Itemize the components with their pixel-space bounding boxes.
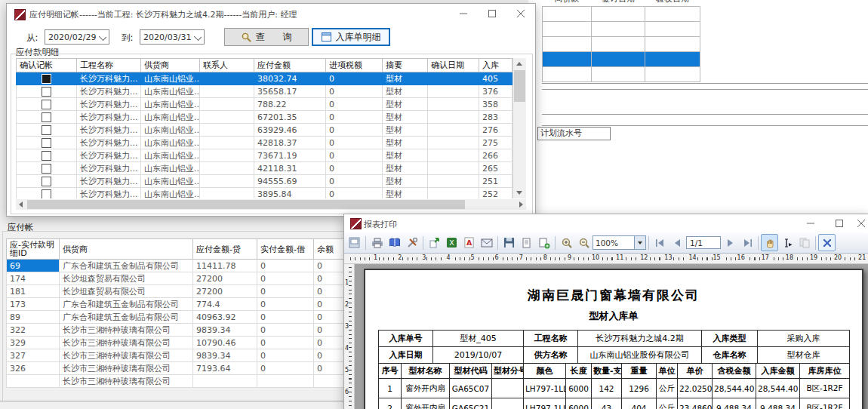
payable-detail-row[interactable]: 长沙万科魅力...山东南山铝业...42818.370型材275 bbox=[17, 137, 512, 149]
vertical-scrollbar[interactable] bbox=[512, 58, 526, 198]
cell: 山东南山铝业... bbox=[141, 137, 200, 149]
column-header[interactable]: 实付金额-借 bbox=[257, 239, 314, 260]
confirm-checkbox[interactable] bbox=[42, 74, 51, 84]
print-preview-area[interactable]: 123456 湖南巨晟门窗幕墙有限公司 型材入库单 入库单号型材_405工程名称… bbox=[344, 264, 868, 409]
close-button[interactable] bbox=[506, 4, 535, 23]
pdf-export-icon[interactable]: A bbox=[460, 234, 478, 251]
titlebar[interactable]: 应付明细记帐------当前工程: 长沙万科魅力之城4.2期------当前用户… bbox=[7, 4, 535, 23]
minimize-button[interactable] bbox=[449, 4, 478, 23]
scroll-left-icon[interactable] bbox=[19, 201, 23, 208]
payable-account-row[interactable]: 89广东合和建筑五金制品有限公司40963.9200 bbox=[7, 311, 346, 324]
column-header[interactable]: 供货商 bbox=[60, 239, 193, 260]
page-number-input[interactable]: 1/1 bbox=[686, 236, 721, 249]
column-header[interactable]: 进项税额 bbox=[326, 59, 383, 72]
zoom-in-icon[interactable] bbox=[558, 234, 575, 251]
payable-account-row[interactable]: 173广东合和建筑五金制品有限公司774.400 bbox=[7, 298, 346, 311]
payable-account-row[interactable]: 174长沙坦森贸易有限公司2720000 bbox=[7, 272, 346, 285]
contract-row[interactable] bbox=[543, 7, 700, 22]
payable-account-row[interactable]: 181长沙坦森贸易有限公司2720000 bbox=[7, 285, 346, 298]
payable-account-row[interactable]: 329长沙市三湘特种玻璃有限公司10790.4600 bbox=[7, 337, 346, 349]
horizontal-scrollbar[interactable] bbox=[16, 199, 526, 210]
options-tools-icon[interactable] bbox=[403, 234, 420, 251]
column-header[interactable]: 余额 bbox=[314, 239, 346, 260]
next-page-icon[interactable] bbox=[721, 234, 738, 251]
column-header[interactable]: 入库 bbox=[479, 59, 512, 72]
payable-account-row[interactable]: 327长沙市三湘特种玻璃有限公司9839.3400 bbox=[7, 349, 346, 362]
from-date-combo[interactable]: 2020/02/29 bbox=[45, 29, 109, 45]
column-header[interactable]: 确认记帐 bbox=[17, 59, 77, 72]
confirm-checkbox[interactable] bbox=[42, 164, 51, 174]
last-page-icon[interactable] bbox=[738, 234, 756, 251]
scroll-right-icon[interactable] bbox=[519, 201, 523, 208]
scroll-down-icon[interactable] bbox=[516, 191, 522, 195]
print-icon[interactable] bbox=[368, 234, 386, 251]
confirm-checkbox[interactable] bbox=[42, 100, 51, 109]
contract-row[interactable] bbox=[543, 52, 700, 67]
first-page-icon[interactable] bbox=[651, 234, 669, 251]
to-date-combo[interactable]: 2020/03/31 bbox=[140, 29, 205, 45]
page-setup-icon[interactable] bbox=[346, 234, 363, 251]
minimize-button[interactable] bbox=[796, 214, 825, 232]
payable-detail-row[interactable]: 长沙万科魅力...山东南山铝业...73671.190型材266 bbox=[17, 149, 512, 162]
inbound-detail-button[interactable]: 入库单明细 bbox=[312, 28, 390, 46]
save-icon[interactable] bbox=[500, 234, 518, 251]
close-preview-icon[interactable] bbox=[818, 234, 836, 251]
export-icon[interactable] bbox=[426, 234, 443, 251]
column-header[interactable]: 工程名称 bbox=[77, 59, 141, 72]
zoom-level-combo[interactable]: 100% bbox=[593, 235, 646, 250]
book-icon[interactable] bbox=[386, 234, 403, 251]
previous-page-icon[interactable] bbox=[669, 234, 686, 251]
payable-detail-row[interactable]: 长沙万科魅力...山东南山铝业...788.220型材358 bbox=[17, 98, 512, 111]
confirm-checkbox[interactable] bbox=[42, 151, 51, 161]
zoom-out-icon[interactable] bbox=[575, 234, 593, 251]
copy-icon[interactable] bbox=[796, 234, 813, 251]
scrollbar-thumb[interactable] bbox=[27, 200, 465, 209]
column-header[interactable]: 应付金额 bbox=[254, 59, 326, 72]
confirm-checkbox[interactable] bbox=[42, 125, 51, 135]
confirm-checkbox[interactable] bbox=[42, 189, 51, 198]
column-header[interactable]: 应-实付款明细ID bbox=[7, 239, 60, 260]
payable-account-row[interactable]: 326长沙市三湘特种玻璃有限公司7193.6400 bbox=[7, 362, 346, 375]
multi-page-view-icon[interactable] bbox=[535, 234, 553, 251]
payable-detail-row[interactable]: 长沙万科魅力...山东南山铝业...63929.460型材276 bbox=[17, 124, 512, 137]
titlebar[interactable]: 报表打印 bbox=[344, 214, 868, 232]
payable-account-grid[interactable]: 应-实付款明细ID供货商应付金额-贷实付金额-借余额 69广东合和建筑五金制品有… bbox=[6, 238, 346, 390]
payable-detail-row[interactable]: 长沙万科魅力...山东南山铝业...38032.740型材405 bbox=[17, 72, 512, 85]
cell: 0 bbox=[257, 260, 314, 272]
text-select-tool-icon[interactable] bbox=[778, 234, 796, 251]
plan-serial-field[interactable]: 计划流水号 bbox=[537, 127, 611, 140]
maximize-button[interactable] bbox=[478, 4, 506, 23]
payable-detail-row[interactable]: 长沙万科魅力...山东南山铝业...3895.840型材252 bbox=[17, 188, 512, 199]
payable-detail-row[interactable]: 长沙万科魅力...山东南山铝业...42118.310型材265 bbox=[17, 162, 512, 175]
confirm-checkbox[interactable] bbox=[42, 87, 51, 97]
contract-table[interactable]: 同价款签订日期验收日期 bbox=[542, 0, 700, 82]
payable-detail-row[interactable]: 长沙万科魅力...山东南山铝业...35658.170型材376 bbox=[17, 85, 512, 98]
payable-account-row[interactable]: 长沙市三湘特种玻璃有限公司 bbox=[7, 375, 346, 388]
mail-icon[interactable] bbox=[478, 234, 495, 251]
single-page-view-icon[interactable] bbox=[518, 234, 535, 251]
maximize-button[interactable] bbox=[825, 214, 854, 232]
payable-account-row[interactable]: 322长沙市三湘特种玻璃有限公司9839.3400 bbox=[7, 324, 346, 337]
query-button[interactable]: 查 询 bbox=[224, 28, 309, 46]
payable-account-row[interactable]: 69广东合和建筑五金制品有限公司11411.7800 bbox=[7, 260, 346, 272]
excel-export-icon[interactable]: X bbox=[443, 234, 460, 251]
column-header[interactable]: 确认日期 bbox=[428, 59, 479, 72]
column-header[interactable]: 摘要 bbox=[383, 59, 428, 72]
scroll-up-icon[interactable] bbox=[516, 62, 522, 66]
scrollbar-thumb[interactable] bbox=[514, 70, 525, 102]
column-header[interactable]: 联系人 bbox=[200, 59, 254, 72]
payable-detail-grid[interactable]: 确认记帐工程名称供货商联系人应付金额进项税额摘要确认日期入库 长沙万科魅力...… bbox=[16, 58, 526, 198]
contract-row[interactable] bbox=[543, 22, 700, 37]
payable-detail-row[interactable]: 长沙万科魅力...山东南山铝业...94555.690型材251 bbox=[17, 175, 512, 188]
contract-row[interactable] bbox=[543, 37, 700, 52]
confirm-checkbox[interactable] bbox=[42, 138, 51, 148]
confirm-checkbox[interactable] bbox=[42, 112, 51, 122]
column-header[interactable]: 应付金额-贷 bbox=[193, 239, 257, 260]
confirm-checkbox[interactable] bbox=[42, 177, 51, 186]
close-button[interactable] bbox=[854, 214, 868, 232]
chevron-down-icon[interactable] bbox=[634, 236, 645, 249]
column-header[interactable]: 供货商 bbox=[141, 59, 200, 72]
payable-detail-row[interactable]: 长沙万科魅力...山东南山铝业...67201.350型材283 bbox=[17, 111, 512, 124]
hand-pan-tool-icon[interactable] bbox=[761, 234, 778, 251]
contract-row[interactable] bbox=[543, 67, 700, 82]
